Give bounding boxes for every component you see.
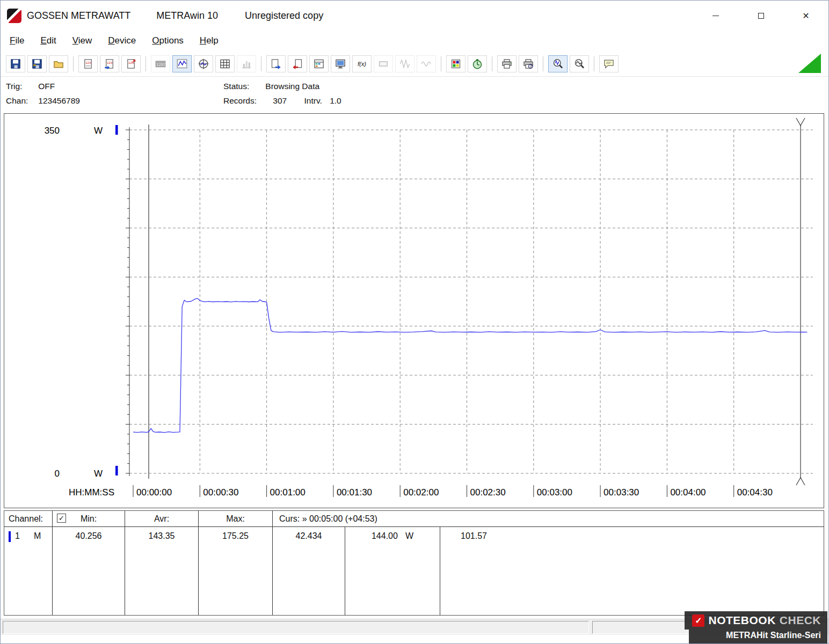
wave1-icon	[399, 58, 410, 69]
colors-button[interactable]	[446, 55, 466, 72]
formula-button[interactable]: f(x)	[352, 55, 372, 72]
timer-button[interactable]	[468, 55, 487, 72]
floppy-icon	[10, 58, 21, 69]
linechart-icon	[177, 58, 187, 69]
menu-view[interactable]: View	[64, 33, 100, 48]
svg-text:123: 123	[107, 61, 113, 64]
chart-panel: 350W0WHH:MM:SS00:00:0000:00:3000:01:0000…	[4, 113, 824, 508]
toolbar-separator	[492, 56, 492, 71]
header-min-cell: ✓ Min:	[53, 511, 125, 526]
minimize-button[interactable]	[693, 1, 738, 31]
x-axis-title: HH:MM:SS	[69, 487, 114, 497]
note-icon	[603, 58, 614, 69]
cell-channel: 1 M	[4, 527, 53, 615]
save-as-button[interactable]	[27, 55, 47, 72]
cell-delta-value: 101.57	[440, 527, 824, 615]
status-value: Browsing Data	[265, 82, 319, 91]
print-preview-button[interactable]	[519, 55, 538, 72]
open-button[interactable]	[49, 55, 68, 72]
schedule-button[interactable]	[309, 55, 329, 72]
svg-text:123: 123	[85, 61, 91, 64]
waveform-b-button[interactable]	[417, 55, 436, 72]
watermark-brand-2: CHECK	[780, 614, 821, 627]
menu-file[interactable]: File	[2, 33, 32, 48]
fx-icon: f(x)	[357, 58, 367, 69]
menu-device[interactable]: Device	[100, 33, 144, 48]
y-range-marker-bottom	[115, 466, 118, 475]
y-unit-top: W	[94, 126, 103, 136]
print-button[interactable]	[497, 55, 517, 72]
floppy2-icon	[32, 58, 42, 69]
waveform-a-button[interactable]	[395, 55, 414, 72]
header-cursor: Curs: » 00:05:00 (+04:53)	[273, 511, 824, 526]
cell-cursor2-value: 144.00 W	[345, 527, 440, 615]
table-value-row: 1 M 40.256 143.35 175.25 42.434 144.00 W…	[4, 527, 824, 615]
monitor-button[interactable]	[331, 55, 350, 72]
printer2-icon	[523, 58, 534, 69]
minimize-icon	[712, 16, 719, 16]
toolbar-separator	[594, 56, 594, 71]
channel-color-marker	[9, 531, 11, 542]
y-range-marker-top	[115, 125, 118, 135]
x-axis-label: 00:04:00	[670, 487, 706, 497]
xy-view-button[interactable]	[194, 55, 213, 72]
svg-text:1257: 1257	[157, 62, 166, 67]
cell-max: 175.25	[199, 527, 273, 615]
chan-label: Chan:	[6, 96, 36, 106]
x-axis-label: 00:00:00	[136, 487, 172, 497]
cell-avr: 143.35	[125, 527, 199, 615]
doc-numeric-export-button[interactable]: 123	[121, 55, 141, 72]
x-axis-label: 00:01:00	[270, 487, 306, 497]
import-data-button[interactable]	[288, 55, 307, 72]
watermark-brand-row: ✓ NOTEBOOKCHECK	[685, 611, 827, 630]
header-min: Min:	[81, 514, 97, 524]
menu-options[interactable]: Options	[144, 33, 192, 48]
title-brand: GOSSEN METRAWATT	[27, 10, 130, 21]
zoom-curve-button[interactable]	[570, 55, 589, 72]
close-button[interactable]: ✕	[783, 1, 828, 31]
channel-visibility-checkbox[interactable]: ✓	[57, 514, 66, 523]
table-view-button[interactable]	[215, 55, 235, 72]
channel-mode: M	[34, 531, 41, 541]
notebookcheck-logo-icon: ✓	[692, 614, 704, 627]
chart-canvas[interactable]: 350W0WHH:MM:SS00:00:0000:00:3000:01:0000…	[4, 114, 824, 508]
records-value: 307	[273, 96, 287, 105]
comment-button[interactable]	[599, 55, 619, 72]
toolbar-separator	[261, 56, 261, 71]
x-axis-label: 00:02:30	[470, 487, 506, 497]
x-axis-label: 00:00:30	[203, 487, 238, 497]
bar-graph-view-button[interactable]	[237, 55, 256, 72]
menu-edit[interactable]: Edit	[32, 33, 64, 48]
close-icon: ✕	[802, 11, 809, 21]
watermark-device-name: METRAHit Starline-Seri	[689, 630, 827, 643]
cell-cursor1-value: 42.434	[273, 527, 345, 615]
toolbar: 1231231231257f(x)	[1, 51, 828, 77]
status-label: Status:	[223, 82, 263, 91]
doc-numeric-button[interactable]: 123	[78, 55, 98, 72]
tablegrid-icon	[220, 58, 230, 69]
colors-icon	[450, 58, 461, 69]
export-data-button[interactable]	[266, 55, 286, 72]
doc123-icon: 123	[83, 58, 93, 69]
y-max-label: 350	[45, 126, 60, 136]
small-display-button[interactable]	[374, 55, 393, 72]
cursor-2-top-marker[interactable]	[796, 118, 805, 126]
toolbar-separator	[543, 56, 543, 71]
monitor-icon	[335, 58, 346, 69]
intrv-value: 1.0	[330, 96, 341, 105]
zoom-wave-button[interactable]	[548, 55, 568, 72]
chan-value: 123456789	[38, 96, 80, 105]
doc-numeric-cut-button[interactable]: 123	[100, 55, 119, 72]
intrv-label: Intrv.	[304, 96, 322, 105]
menu-help[interactable]: Help	[192, 33, 227, 48]
x-axis-label: 00:04:30	[737, 487, 773, 497]
multimeter-display-button[interactable]: 1257	[151, 55, 170, 72]
line-chart-view-button[interactable]	[172, 55, 192, 72]
save-button[interactable]	[6, 55, 25, 72]
cursor-2-bottom-marker[interactable]	[796, 478, 805, 485]
exportdoc-icon	[271, 58, 281, 69]
sched-icon	[314, 58, 324, 69]
x-axis-label: 00:03:30	[603, 487, 639, 497]
maximize-button[interactable]	[738, 1, 783, 31]
channel-table: Channel: ✓ Min: Avr: Max: Curs: » 00:05:…	[4, 510, 824, 616]
